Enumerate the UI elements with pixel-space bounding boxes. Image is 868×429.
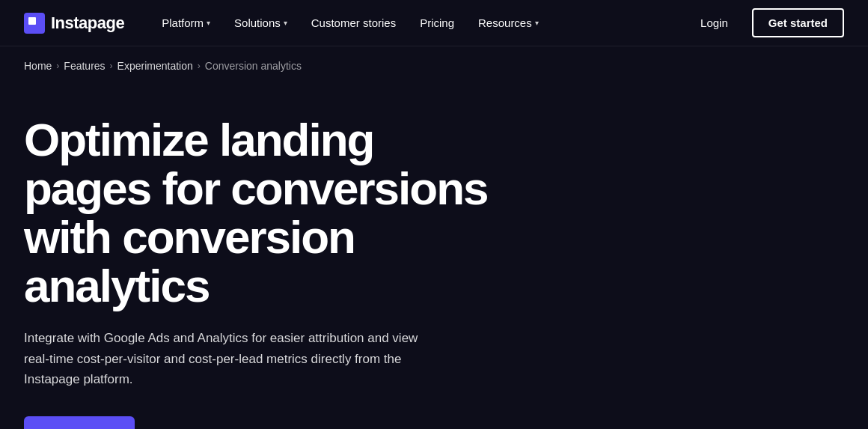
logo-text: Instapage — [51, 13, 124, 33]
chevron-down-icon: ▾ — [535, 19, 539, 27]
nav-item-customer-stories[interactable]: Customer stories — [301, 10, 406, 35]
nav-links: Platform ▾ Solutions ▾ Customer stories … — [151, 10, 688, 35]
logo-icon — [24, 13, 45, 34]
breadcrumb-experimentation[interactable]: Experimentation — [117, 60, 193, 72]
hero-title: Optimize landing pages for conversions w… — [24, 115, 500, 310]
navbar: Instapage Platform ▾ Solutions ▾ Custome… — [0, 0, 868, 46]
logo[interactable]: Instapage — [24, 13, 124, 34]
chevron-down-icon: ▾ — [207, 19, 210, 27]
breadcrumb-separator: › — [198, 61, 201, 71]
breadcrumb-separator: › — [110, 61, 113, 71]
breadcrumb-current: Conversion analytics — [205, 60, 302, 72]
nav-right: Login Get started — [688, 8, 844, 37]
chevron-down-icon: ▾ — [284, 19, 287, 27]
hero-section: Optimize landing pages for conversions w… — [0, 85, 524, 429]
get-started-hero-button[interactable]: Get started — [24, 416, 135, 429]
breadcrumb-separator: › — [56, 61, 59, 71]
nav-item-platform[interactable]: Platform ▾ — [151, 10, 221, 35]
nav-item-resources[interactable]: Resources ▾ — [468, 10, 549, 35]
breadcrumb-features[interactable]: Features — [64, 60, 105, 72]
get-started-nav-button[interactable]: Get started — [752, 8, 844, 37]
login-button[interactable]: Login — [688, 10, 740, 35]
nav-item-solutions[interactable]: Solutions ▾ — [224, 10, 298, 35]
breadcrumb-home[interactable]: Home — [24, 60, 52, 72]
nav-item-pricing[interactable]: Pricing — [409, 10, 465, 35]
breadcrumb: Home › Features › Experimentation › Conv… — [0, 46, 868, 85]
hero-subtitle: Integrate with Google Ads and Analytics … — [24, 328, 443, 389]
